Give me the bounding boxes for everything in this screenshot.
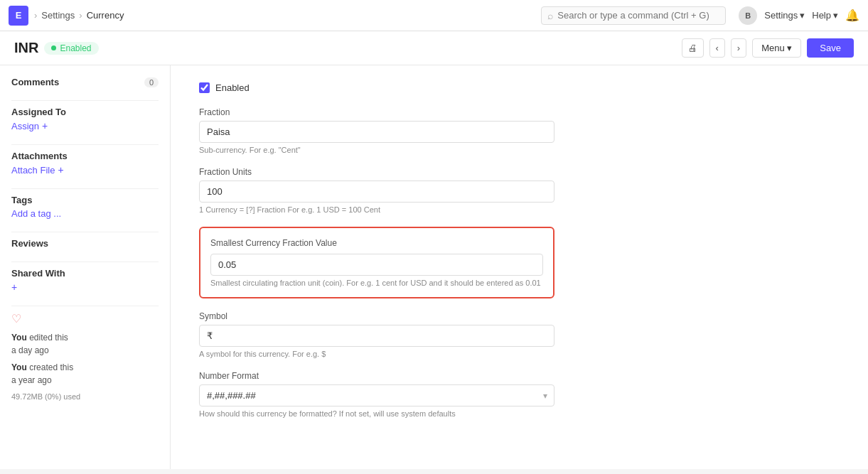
symbol-hint: A symbol for this currency. For e.g. $: [199, 350, 554, 358]
navbar: E › Settings › Currency ⌕ B Settings ▾ H…: [0, 0, 868, 31]
fraction-units-label: Fraction Units: [199, 167, 554, 177]
attach-plus-icon: +: [58, 164, 63, 176]
enabled-checkbox-group: Enabled: [199, 82, 554, 93]
activity-item-1: You edited this a day ago: [11, 331, 159, 357]
fraction-group: Fraction Sub-currency. For e.g. "Cent": [199, 107, 554, 154]
nav-prev-button[interactable]: ‹: [709, 38, 725, 58]
form-section: Enabled Fraction Sub-currency. For e.g. …: [199, 82, 554, 418]
number-format-select-wrapper: #,##,###.###,###.### ###.## ▾: [199, 384, 554, 406]
symbol-group: Symbol A symbol for this currency. For e…: [199, 311, 554, 358]
page-title: INR: [14, 40, 38, 56]
assign-plus-icon: +: [42, 120, 48, 131]
assign-button[interactable]: Assign +: [11, 120, 159, 131]
symbol-input[interactable]: [199, 325, 554, 347]
comments-label: Comments: [11, 77, 59, 87]
activity-1-desc: edited this: [29, 333, 68, 343]
breadcrumb: › Settings › Currency: [34, 10, 124, 21]
divider-1: [11, 100, 159, 101]
header-actions: 🖨 ‹ › Menu ▾ Save: [682, 38, 854, 58]
divider-6: [11, 306, 159, 306]
activity-1-time: a day ago: [11, 345, 49, 355]
sidebar-assigned-section: Assigned To Assign +: [11, 107, 159, 131]
help-nav-button[interactable]: Help ▾: [812, 10, 838, 21]
activity-2-desc: created this: [29, 362, 73, 372]
breadcrumb-settings[interactable]: Settings: [41, 10, 75, 21]
attachments-header: Attachments: [11, 151, 159, 161]
search-input[interactable]: [557, 10, 719, 21]
attach-file-button[interactable]: Attach File +: [11, 164, 159, 176]
title-area: INR Enabled: [14, 40, 99, 56]
menu-button[interactable]: Menu ▾: [752, 38, 801, 58]
notification-icon[interactable]: 🔔: [845, 9, 859, 22]
tags-label: Tags: [11, 195, 32, 205]
number-format-select[interactable]: #,##,###.###,###.### ###.##: [199, 384, 554, 406]
activity-2-user: You: [11, 362, 27, 372]
sidebar: Comments 0 Assigned To Assign + Attachme…: [0, 65, 171, 469]
divider-4: [11, 232, 159, 232]
comments-count: 0: [144, 77, 159, 87]
smallest-fraction-input[interactable]: [210, 254, 543, 276]
number-format-label: Number Format: [199, 371, 554, 381]
attach-file-label: Attach File: [11, 165, 55, 176]
shared-with-header: Shared With: [11, 268, 159, 279]
sidebar-tags-section: Tags Add a tag ...: [11, 195, 159, 219]
sidebar-comments-header: Comments 0: [11, 77, 159, 87]
assigned-to-header: Assigned To: [11, 107, 159, 117]
enabled-checkbox[interactable]: [199, 82, 210, 93]
breadcrumb-sep-2: ›: [79, 10, 82, 21]
shared-with-label: Shared With: [11, 268, 65, 279]
sidebar-reviews-section: Reviews: [11, 238, 159, 249]
activity-2-time: a year ago: [11, 375, 52, 385]
add-shared-button[interactable]: +: [11, 281, 159, 293]
nav-next-button[interactable]: ›: [731, 38, 746, 58]
status-label: Enabled: [60, 43, 91, 53]
add-tag-label: Add a tag ...: [11, 208, 61, 219]
content-area: Enabled Fraction Sub-currency. For e.g. …: [171, 65, 868, 469]
print-button[interactable]: 🖨: [682, 38, 704, 58]
symbol-label: Symbol: [199, 311, 554, 321]
add-tag-button[interactable]: Add a tag ...: [11, 208, 159, 219]
app-icon: E: [9, 6, 28, 26]
divider-5: [11, 262, 159, 262]
activity-1-user: You: [11, 333, 27, 343]
breadcrumb-sep-1: ›: [34, 10, 37, 21]
reviews-label: Reviews: [11, 238, 48, 249]
avatar: B: [739, 6, 757, 25]
heart-icon[interactable]: ♡: [11, 312, 159, 325]
sidebar-comments-section: Comments 0: [11, 77, 159, 87]
shared-plus-icon: +: [11, 281, 17, 293]
attachments-label: Attachments: [11, 151, 68, 161]
search-icon: ⌕: [547, 10, 553, 21]
tags-header: Tags: [11, 195, 159, 205]
enabled-label: Enabled: [215, 82, 250, 93]
sidebar-shared-section: Shared With +: [11, 268, 159, 293]
breadcrumb-currency: Currency: [87, 10, 124, 21]
page-header: INR Enabled 🖨 ‹ › Menu ▾ Save: [0, 31, 868, 65]
reviews-header: Reviews: [11, 238, 159, 249]
fraction-units-hint: 1 Currency = [?] Fraction For e.g. 1 USD…: [199, 205, 554, 214]
smallest-fraction-section: Smallest Currency Fraction Value Smalles…: [199, 227, 554, 298]
search-box[interactable]: ⌕: [541, 6, 726, 25]
fraction-hint: Sub-currency. For e.g. "Cent": [199, 146, 554, 154]
number-format-group: Number Format #,##,###.###,###.### ###.#…: [199, 371, 554, 418]
nav-actions: B Settings ▾ Help ▾ 🔔: [739, 6, 859, 25]
divider-2: [11, 144, 159, 145]
fraction-units-input[interactable]: [199, 181, 554, 203]
status-dot: [51, 45, 56, 50]
settings-nav-button[interactable]: Settings ▾: [764, 10, 805, 21]
storage-text: 49.72MB (0%) used: [11, 392, 159, 401]
save-button[interactable]: Save: [807, 38, 854, 58]
divider-3: [11, 188, 159, 189]
fraction-units-group: Fraction Units 1 Currency = [?] Fraction…: [199, 167, 554, 214]
smallest-fraction-hint: Smallest circulating fraction unit (coin…: [210, 279, 543, 287]
assigned-to-label: Assigned To: [11, 107, 66, 117]
fraction-input[interactable]: [199, 121, 554, 143]
fraction-label: Fraction: [199, 107, 554, 117]
activity-item-2: You created this a year ago: [11, 361, 159, 387]
number-format-hint: How should this currency be formatted? I…: [199, 409, 554, 418]
main-layout: Comments 0 Assigned To Assign + Attachme…: [0, 65, 868, 469]
status-badge: Enabled: [44, 42, 98, 55]
sidebar-attachments-section: Attachments Attach File +: [11, 151, 159, 176]
smallest-fraction-label: Smallest Currency Fraction Value: [210, 238, 543, 248]
assign-label: Assign: [11, 121, 39, 131]
